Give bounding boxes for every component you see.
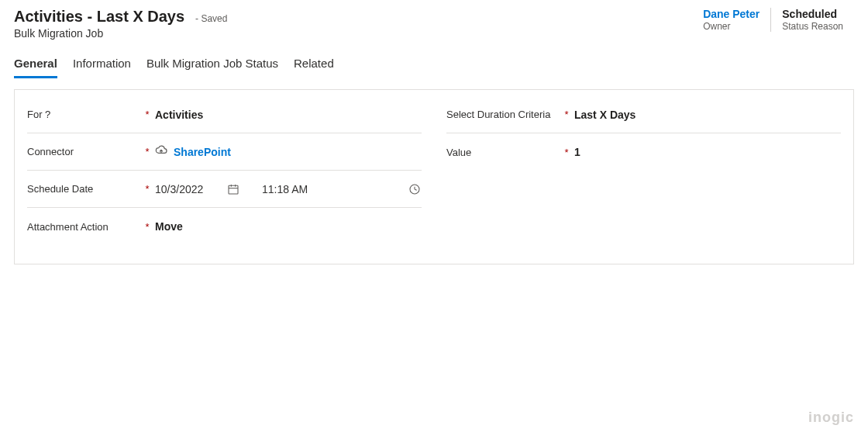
svg-rect-0 [229,185,238,194]
tab-general[interactable]: General [14,57,57,78]
status-value: Scheduled [782,8,843,20]
owner-label: Owner [703,21,760,32]
owner-name: Dane Peter [703,8,760,20]
calendar-icon[interactable] [226,182,240,196]
field-value-value: 1 [574,146,841,158]
field-value-for: Activities [155,109,422,121]
field-label-duration-criteria: Select Duration Criteria [446,109,559,120]
field-duration-criteria[interactable]: Select Duration Criteria * Last X Days [446,96,841,133]
field-connector[interactable]: Connector * SharePoint [27,133,422,171]
saved-status: - Saved [195,13,227,24]
tab-information[interactable]: Information [73,57,131,78]
field-schedule-date[interactable]: Schedule Date * 10/3/2022 11:18 AM [27,171,422,208]
page-title: Activities - Last X Days [14,8,184,26]
field-value-connector: SharePoint [155,144,422,159]
field-value-duration-criteria: Last X Days [574,109,841,121]
watermark: inogic [808,410,854,426]
tab-job-status[interactable]: Bulk Migration Job Status [146,57,278,78]
owner-block[interactable]: Dane Peter Owner [692,8,770,32]
schedule-date-value[interactable]: 10/3/2022 [155,183,226,195]
field-label-connector: Connector [27,146,140,157]
required-mark: * [140,146,155,157]
svg-line-6 [415,189,417,190]
field-label-for: For ? [27,109,140,120]
required-mark: * [140,109,155,120]
field-attachment-action[interactable]: Attachment Action * Move [27,208,422,245]
status-block[interactable]: Scheduled Status Reason [770,8,854,32]
field-label-schedule-date: Schedule Date [27,183,140,195]
field-label-attachment-action: Attachment Action [27,221,140,233]
field-value-row[interactable]: Value * 1 [446,133,841,171]
sharepoint-icon [155,144,167,159]
field-value-attachment-action: Move [155,220,422,233]
entity-subtitle: Bulk Migration Job [14,27,227,40]
tab-related[interactable]: Related [294,57,334,78]
required-mark: * [559,147,574,158]
form-panel: For ? * Activities Connector * SharePoin… [14,89,854,264]
field-for[interactable]: For ? * Activities [27,96,422,133]
required-mark: * [140,221,155,233]
required-mark: * [559,109,574,120]
status-label: Status Reason [782,21,843,32]
field-label-value: Value [446,147,559,158]
required-mark: * [140,183,155,195]
tab-bar: General Information Bulk Migration Job S… [0,43,868,78]
schedule-time-value[interactable]: 11:18 AM [262,183,332,195]
clock-icon[interactable] [408,182,422,196]
